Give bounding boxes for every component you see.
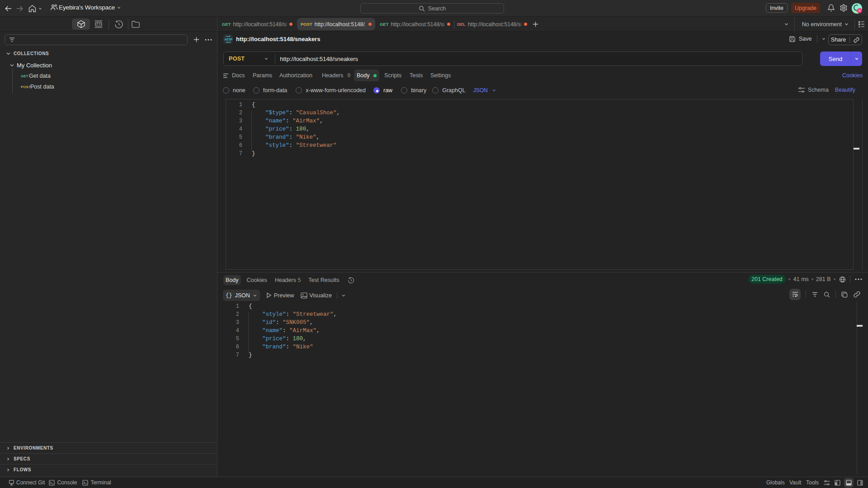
svg-text:x: x	[859, 25, 860, 28]
svg-text:HTTP: HTTP	[225, 38, 232, 41]
